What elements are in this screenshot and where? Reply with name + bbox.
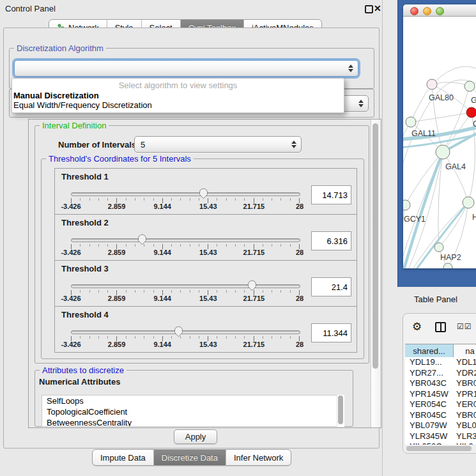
node-right[interactable] [463, 197, 474, 208]
minimize-traffic-light-icon[interactable] [423, 7, 431, 15]
column-header-name[interactable]: na [454, 344, 476, 358]
tab-infer-network-label: Infer Network [234, 453, 283, 463]
scrollbar-thumb[interactable] [406, 446, 472, 451]
algorithm-dropdown-popup: Select algorithm to view settings Manual… [12, 78, 344, 113]
close-icon[interactable]: ✕ [374, 3, 381, 13]
float-window-icon[interactable] [365, 5, 373, 13]
interval-definition-group: Interval Definition Number of Intervals … [35, 125, 369, 364]
threshold-3-slider[interactable] [71, 284, 300, 288]
threshold-1-value-field[interactable] [311, 185, 351, 204]
list-item[interactable]: SelfLoops [42, 395, 337, 406]
threshold-2-value-field[interactable] [311, 231, 351, 250]
table-panel-title: Table Panel [414, 295, 457, 304]
number-of-intervals-label: Number of Intervals [58, 140, 136, 150]
attributes-group-title: Attributes to discretize [40, 365, 127, 375]
gear-icon[interactable]: ⚙ [412, 320, 422, 333]
network-window-titlebar [403, 4, 476, 17]
tick-label: -3.426 [61, 249, 81, 256]
tick-label: 9.144 [153, 203, 171, 210]
list-item[interactable]: BetweennessCentrality [42, 417, 337, 427]
tick-label: 28 [296, 295, 303, 302]
tick-label: 15.43 [199, 295, 217, 302]
algorithm-combobox[interactable] [14, 60, 358, 77]
settings-vertical-scrollbar[interactable] [371, 119, 381, 427]
threshold-4-value-field[interactable] [311, 323, 351, 342]
table-row[interactable]: YDL19...YDL1 [405, 357, 476, 368]
cell-shared-name: YBR045C [405, 410, 453, 421]
cell-shared-name: YBL079W [405, 420, 453, 431]
threshold-3-label: Threshold 3 [61, 264, 109, 273]
tick-label: 28 [296, 203, 303, 210]
threshold-panel-3: Threshold 3 -3.4262.8599.14415.4321.7152… [54, 260, 357, 307]
discretization-algorithm-group-title: Discretization Algorithm [14, 43, 106, 53]
node-label: GAL4 [445, 162, 466, 171]
option-equal-width-frequency[interactable]: Equal Width/Frequency Discretization [12, 100, 344, 110]
network-window: GAL80 GA C GAL11 GAL4 GCY1 H HAP2 [403, 4, 476, 268]
cyni-toolbox-content: Discretization Algorithm Select algorith… [3, 27, 380, 449]
thresholds-group: Threshold's Coordinates for 5 Intervals … [41, 158, 364, 359]
tick-label: 2.859 [108, 203, 126, 210]
threshold-1-slider[interactable] [71, 192, 300, 196]
list-item[interactable]: TopologicalCoefficient [42, 406, 337, 417]
table-row[interactable]: YBR043CYBR0 [405, 378, 476, 389]
threshold-4-slider[interactable] [71, 330, 300, 334]
node-gcy1[interactable] [403, 200, 410, 210]
node-selected-red[interactable] [466, 107, 476, 118]
tab-impute-data[interactable]: Impute Data [93, 450, 153, 465]
table-row[interactable]: YER054CYER0 [405, 399, 476, 410]
threshold-4-label: Threshold 4 [61, 310, 109, 319]
number-of-intervals-combobox[interactable]: 5 [134, 136, 302, 153]
algorithm-placeholder: Select algorithm to view settings [12, 79, 344, 91]
node-top-right[interactable] [464, 81, 475, 91]
node-gal4[interactable] [436, 145, 450, 159]
node-bottom[interactable] [443, 263, 452, 268]
node-label: HAP2 [440, 253, 461, 262]
cell-shared-name: YDL19... [405, 357, 453, 368]
cell-shared-name: YPR145W [405, 389, 453, 400]
attributes-group: Attributes to discretize Numerical Attri… [35, 370, 353, 427]
tick-label: 2.859 [108, 295, 126, 302]
close-traffic-light-icon[interactable] [410, 7, 418, 15]
zoom-traffic-light-icon[interactable] [436, 7, 444, 15]
combo-arrows-icon [357, 100, 364, 107]
node-gal80[interactable] [427, 79, 437, 89]
table-row[interactable]: YLR345WYLR3 [405, 431, 476, 442]
attributes-list-scrollbar[interactable] [337, 395, 344, 427]
control-panel: Control Panel ✕ Network Style Select Cyn… [0, 0, 383, 476]
app-root: Control Panel ✕ Network Style Select Cyn… [0, 0, 476, 476]
option-manual-discretization[interactable]: Manual Discretization [12, 91, 344, 100]
table-horizontal-scrollbar[interactable] [405, 445, 476, 452]
tab-discretize-data[interactable]: Discretize Data [153, 450, 226, 465]
threshold-2-slider[interactable] [71, 238, 300, 242]
tab-infer-network[interactable]: Infer Network [226, 450, 291, 465]
columns-icon[interactable] [435, 322, 446, 332]
network-graph: GAL80 GA C GAL11 GAL4 GCY1 H HAP2 [403, 17, 476, 268]
table-row[interactable]: YBL079WYBL0 [405, 420, 476, 431]
column-header-shared-name[interactable]: shared... [405, 344, 454, 358]
number-of-intervals-value: 5 [135, 140, 290, 150]
table-row[interactable]: YDR27...YDR2 [405, 368, 476, 379]
checkboxes-icon[interactable]: ☑☑ [457, 322, 472, 331]
numerical-attributes-list: SelfLoopsTopologicalCoefficientBetweenne… [42, 395, 338, 427]
tick-label: -3.426 [61, 341, 81, 348]
tab-discretize-data-label: Discretize Data [162, 453, 218, 463]
table-row[interactable]: YIL052CYIL0 [405, 441, 476, 445]
control-panel-titlebar: Control Panel ✕ [0, 0, 382, 17]
slider-tick-labels: -3.4262.8599.14415.4321.71528 [71, 249, 300, 257]
scrollbar-thumb[interactable] [372, 123, 378, 369]
scrollbar-thumb[interactable] [338, 395, 343, 424]
node-gal11[interactable] [406, 117, 416, 127]
table-row[interactable]: YBR045CYBR0 [405, 410, 476, 421]
tick-label: 9.144 [153, 249, 171, 256]
node-hap2[interactable] [434, 243, 443, 252]
tick-label: 28 [296, 341, 303, 348]
node-label: GAL11 [411, 129, 436, 138]
network-canvas[interactable]: GAL80 GA C GAL11 GAL4 GCY1 H HAP2 [403, 17, 476, 268]
node-label: C [473, 119, 476, 128]
cell-name: YDL1 [453, 357, 476, 368]
tab-impute-data-label: Impute Data [100, 453, 146, 463]
apply-button[interactable]: Apply [174, 429, 217, 444]
node-label: GA [471, 96, 476, 105]
table-row[interactable]: YPR145WYPR1 [405, 389, 476, 400]
threshold-3-value-field[interactable] [311, 277, 351, 296]
